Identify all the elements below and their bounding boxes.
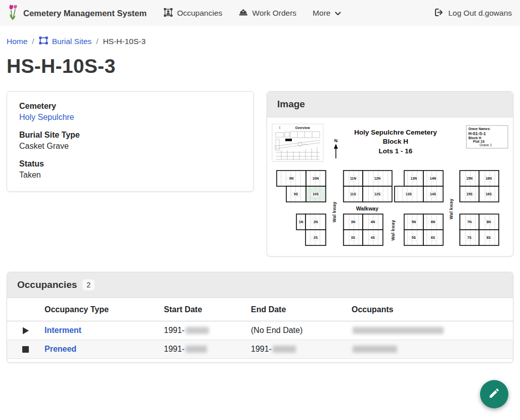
breadcrumb-current: HS-H-10S-3 [103, 37, 145, 46]
svg-text:10N: 10N [313, 177, 319, 180]
svg-text:Walkway: Walkway [356, 205, 378, 212]
breadcrumb-burial-sites-label: Burial Sites [52, 37, 92, 46]
pencil-icon [488, 387, 500, 401]
column-occupancy-type: Occupancy Type [38, 298, 158, 321]
occupancies-card: Occupancies 2 Occupancy Type Start Date … [7, 272, 513, 363]
svg-text:13S: 13S [406, 192, 412, 196]
svg-text:12S: 12S [374, 192, 381, 196]
svg-text:Lots 1 - 16: Lots 1 - 16 [379, 147, 413, 155]
nav-links: Occupancies Work Orders More [164, 8, 341, 19]
field-burial-site-type: Burial Site Type Casket Grave [19, 131, 241, 151]
svg-text:3N: 3N [351, 220, 356, 224]
north-arrow: N [334, 138, 338, 158]
map-overview-thumbnail: Overview ··· [272, 124, 323, 161]
breadcrumb-home[interactable]: Home [7, 37, 27, 46]
column-end-date: End Date [245, 298, 345, 321]
logout-button[interactable]: Log Out d.gowans [435, 8, 512, 19]
page-title: HS-H-10S-3 [0, 47, 520, 77]
svg-text:9S: 9S [294, 192, 298, 196]
redacted-date [186, 327, 209, 334]
occupancy-type-link[interactable]: Preneed [45, 345, 76, 353]
svg-text:Wal kway: Wal kway [332, 201, 337, 222]
occupancy-status-cell [7, 321, 38, 340]
nav-label-work-orders: Work Orders [252, 9, 297, 18]
svg-text:5N: 5N [412, 220, 416, 224]
field-label: Status [19, 159, 241, 169]
nav-item-more[interactable]: More [313, 9, 341, 18]
logout-label: Log Out d.gowans [448, 9, 512, 18]
svg-text:Wal kway: Wal kway [391, 220, 396, 240]
svg-text:7N: 7N [467, 220, 472, 224]
svg-text:11N: 11N [350, 177, 356, 180]
svg-text:14N: 14N [430, 177, 437, 180]
svg-text:15S: 15S [466, 192, 473, 196]
breadcrumb: Home / Burial Sites / HS-H-10S-3 [0, 26, 520, 47]
nav-label-more: More [313, 9, 330, 18]
start-date-cell: 1991- [158, 321, 245, 340]
nav-label-occupancies: Occupancies [177, 9, 223, 18]
nav-item-occupancies[interactable]: Occupancies [164, 8, 223, 19]
app-title: Cemetery Management System [23, 9, 147, 18]
field-status: Status Taken [19, 159, 241, 180]
redacted-occupants [353, 346, 397, 353]
svg-text:9N: 9N [289, 177, 294, 180]
table-row: Interment 1991- (No End Date) [7, 321, 513, 340]
redacted-date [186, 346, 207, 353]
app-brand[interactable]: Cemetery Management System [7, 4, 147, 22]
svg-text:H-01-S-1: H-01-S-1 [468, 131, 486, 136]
redacted-occupants [353, 327, 444, 334]
svg-text:Overview: Overview [295, 126, 311, 130]
field-value: Casket Grave [19, 142, 241, 151]
occupants-cell [345, 340, 513, 359]
edit-fab-button[interactable] [480, 380, 508, 408]
occupants-cell [345, 321, 513, 340]
column-occupants: Occupants [345, 298, 513, 321]
svg-text:8S: 8S [487, 236, 491, 239]
sign-out-icon [435, 8, 444, 19]
field-cemetery: Cemetery Holy Sepulchre [19, 102, 241, 122]
svg-text:16N: 16N [486, 177, 492, 180]
svg-text:N: N [334, 138, 338, 143]
frame-person-icon [164, 8, 172, 19]
end-date-cell: 1991- [245, 340, 345, 359]
field-label: Cemetery [19, 102, 241, 111]
occupancies-table: Occupancy Type Start Date End Date Occup… [7, 298, 513, 359]
map-title: Holy Sepulchre Cemetery Block H Lots 1 -… [354, 129, 437, 155]
svg-text:12N: 12N [374, 177, 381, 180]
svg-text:16S: 16S [486, 192, 492, 196]
breadcrumb-separator: / [32, 37, 34, 46]
cemetery-link[interactable]: Holy Sepulchre [19, 113, 74, 121]
column-start-date: Start Date [158, 298, 245, 321]
field-label: Burial Site Type [19, 131, 241, 140]
svg-text:5S: 5S [412, 236, 416, 239]
svg-text:Block H: Block H [468, 136, 481, 140]
end-date-cell: (No End Date) [245, 321, 345, 340]
svg-text:Holy Sepulchre Cemetery: Holy Sepulchre Cemetery [354, 129, 437, 136]
svg-text:10S: 10S [313, 192, 319, 196]
svg-text:7S: 7S [467, 236, 472, 239]
occupancy-type-link[interactable]: Interment [45, 326, 81, 334]
svg-text:6N: 6N [431, 220, 436, 224]
image-card-header: Image [267, 92, 513, 117]
table-header-row: Occupancy Type Start Date End Date Occup… [7, 298, 513, 321]
burial-site-details-card: Cemetery Holy Sepulchre Burial Site Type… [7, 91, 254, 192]
table-row: Preneed 1991- 1991- [7, 340, 513, 359]
breadcrumb-burial-sites[interactable]: Burial Sites [39, 36, 92, 47]
cards-row: Cemetery Holy Sepulchre Burial Site Type… [0, 91, 520, 257]
stop-icon [22, 346, 29, 354]
play-icon [22, 327, 29, 336]
svg-text:Block H: Block H [383, 138, 408, 145]
vector-square-icon [39, 36, 48, 47]
image-card-body: Overview ··· [267, 117, 513, 256]
svg-text:13N: 13N [411, 177, 417, 180]
svg-text:Grave 1: Grave 1 [480, 143, 492, 147]
svg-text:11S: 11S [350, 192, 356, 196]
redacted-date [273, 346, 296, 353]
map-plot-grid [277, 171, 499, 245]
svg-text:···: ··· [307, 145, 309, 147]
occupancy-status-cell [7, 340, 38, 359]
nav-item-work-orders[interactable]: Work Orders [239, 9, 297, 18]
svg-text:2S: 2S [314, 236, 318, 239]
svg-text:14S: 14S [430, 192, 437, 196]
occupancies-count-badge: 2 [82, 279, 95, 290]
